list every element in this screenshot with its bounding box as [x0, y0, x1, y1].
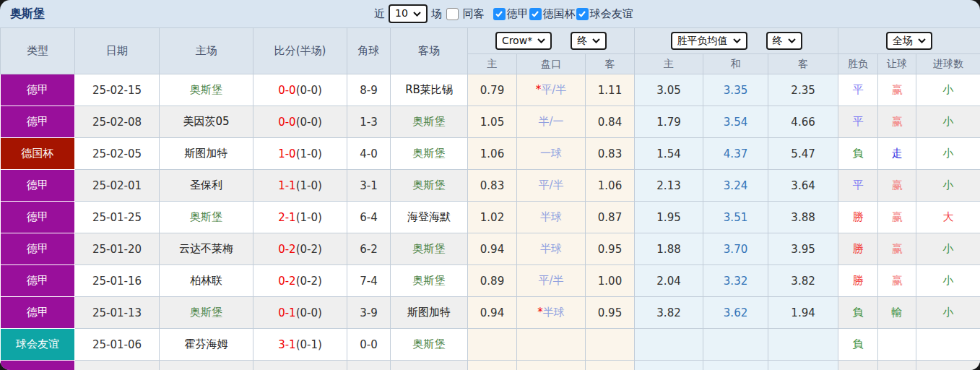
away-team: 奥斯堡 [391, 138, 468, 170]
result-cell: 平 [838, 170, 878, 202]
score-cell: 0-2(0-2) [253, 265, 347, 297]
score-cell: 0-1(0-0) [253, 297, 347, 329]
result-cell: 負 [838, 329, 878, 361]
match-date: 25-02-08 [75, 106, 160, 138]
league-badge: 德国杯 [1, 138, 75, 170]
handicap-line: *半球 [517, 297, 586, 329]
avg-time-select[interactable]: 终 [766, 32, 802, 51]
goals-cell: 小 [916, 138, 980, 170]
scope-value: 全场 [893, 35, 913, 48]
score-cell: 5-1(4-1) [253, 361, 347, 370]
crow-away-odds: 0.95 [586, 297, 635, 329]
result-cell: 勝 [838, 233, 878, 265]
col-header-away: 客场 [391, 28, 468, 74]
sub-header-handicap-result: 让球 [878, 54, 916, 74]
crow-time-select[interactable]: 终 [571, 32, 607, 51]
chevron-down-icon [788, 38, 796, 43]
handicap-result-cell: 赢 [878, 106, 916, 138]
crow-away-odds: 1.06 [586, 170, 635, 202]
chevron-down-icon [537, 38, 545, 43]
avg-away-odds: 2.35 [768, 74, 838, 106]
avg-home-odds: 1.88 [635, 233, 703, 265]
avg-away-odds [768, 329, 838, 361]
avg-home-odds: 1.54 [635, 138, 703, 170]
recent-label: 近 [374, 7, 385, 21]
handicap-line: 半/一 [517, 106, 586, 138]
league-badge: 德甲 [1, 74, 75, 106]
result-cell: 平 [838, 106, 878, 138]
league-badge: 德甲 [1, 297, 75, 329]
same-away-checkbox[interactable] [446, 8, 459, 20]
handicap-line: 平/半 [517, 265, 586, 297]
corners-cell: 7-4 [347, 265, 391, 297]
crow-away-odds: 0.95 [586, 233, 635, 265]
score-cell: 1-0(1-0) [253, 138, 347, 170]
crow-home-odds: 0.79 [468, 74, 517, 106]
avg-draw-odds: 3.51 [703, 202, 768, 233]
filter-label-qiuhuiyouyi: 球会友谊 [590, 7, 633, 21]
sub-header-crow-home: 主 [468, 54, 517, 74]
handicap-result-cell: 赢 [878, 233, 916, 265]
home-team: 霍芬海姆 [160, 329, 253, 361]
match-date: 25-01-16 [75, 265, 160, 297]
crow-home-odds [468, 329, 517, 361]
table-row: 德甲25-02-01圣保利1-1(1-0)3-1奥斯堡0.83平/半1.062.… [1, 170, 980, 202]
crow-company-value: Crow* [502, 35, 532, 48]
avg-away-odds: 3.88 [768, 202, 838, 233]
sub-header-goals: 进球数 [916, 54, 980, 74]
avg-draw-odds: 4.37 [703, 138, 768, 170]
handicap-line: *平/半 [517, 74, 586, 106]
filter-checkbox-deguobei[interactable] [529, 8, 542, 20]
goals-cell: 大 [916, 361, 980, 370]
col-header-date: 日期 [75, 28, 160, 74]
league-badge: 德甲 [1, 106, 75, 138]
avg-type-select[interactable]: 胜平负均值 [671, 32, 747, 51]
avg-draw-odds: 3.35 [703, 74, 768, 106]
match-date: 25-02-05 [75, 138, 160, 170]
filter-checkbox-dejia[interactable] [493, 8, 506, 20]
result-group-header: 全场 [838, 28, 980, 54]
league-badge: 德甲 [1, 265, 75, 297]
home-team: 奥斯堡 [160, 202, 253, 233]
match-date: 25-02-01 [75, 170, 160, 202]
away-team: RB莱比锡 [391, 74, 468, 106]
handicap-result-cell: 輸 [878, 297, 916, 329]
crow-home-odds: 0.94 [468, 233, 517, 265]
table-row: 球会友谊25-01-06霍芬海姆3-1(0-1)0-0奥斯堡負 [1, 329, 980, 361]
crow-away-odds [586, 329, 635, 361]
handicap-line: 平/半 [517, 170, 586, 202]
away-team: 奥斯堡 [391, 361, 468, 370]
league-badge: 德甲 [1, 170, 75, 202]
handicap-line: 半球 [517, 233, 586, 265]
filter-checkbox-qiuhuiyouyi[interactable] [576, 8, 589, 20]
avg-time-value: 终 [773, 35, 783, 48]
avg-group-header: 胜平负均值 终 [635, 28, 838, 54]
table-row: 德甲25-01-20云达不莱梅0-2(0-2)6-2奥斯堡0.94半球0.951… [1, 233, 980, 265]
away-team: 奥斯堡 [391, 233, 468, 265]
away-team: 海登海默 [391, 202, 468, 233]
crow-home-odds: 0.94 [468, 297, 517, 329]
handicap-result-cell: 赢 [878, 170, 916, 202]
goals-cell: 小 [916, 74, 980, 106]
sub-header-crow-away: 客 [586, 54, 635, 74]
col-header-type: 类型 [1, 28, 75, 74]
recent-count-select[interactable]: 10 [389, 4, 428, 23]
result-cell: 勝 [838, 202, 878, 233]
avg-draw-odds: 3.54 [703, 106, 768, 138]
scope-select[interactable]: 全场 [886, 32, 932, 51]
score-cell: 3-1(0-1) [253, 329, 347, 361]
recent-count-value: 10 [395, 7, 408, 20]
crow-home-odds: 1.03 [468, 361, 517, 370]
avg-home-odds: 3.05 [635, 74, 703, 106]
corners-cell: 0-0 [347, 329, 391, 361]
col-header-score: 比分(半场) [253, 28, 347, 74]
avg-home-odds: 3.43 [635, 361, 703, 370]
league-badge: 球会友谊 [1, 329, 75, 361]
check-icon [495, 9, 503, 18]
handicap-result-cell: 赢 [878, 265, 916, 297]
crow-company-select[interactable]: Crow* [495, 32, 552, 51]
chevron-down-icon [918, 38, 926, 43]
handicap-line [517, 329, 586, 361]
corners-cell: 3-9 [347, 297, 391, 329]
handicap-line: 半球 [517, 202, 586, 233]
